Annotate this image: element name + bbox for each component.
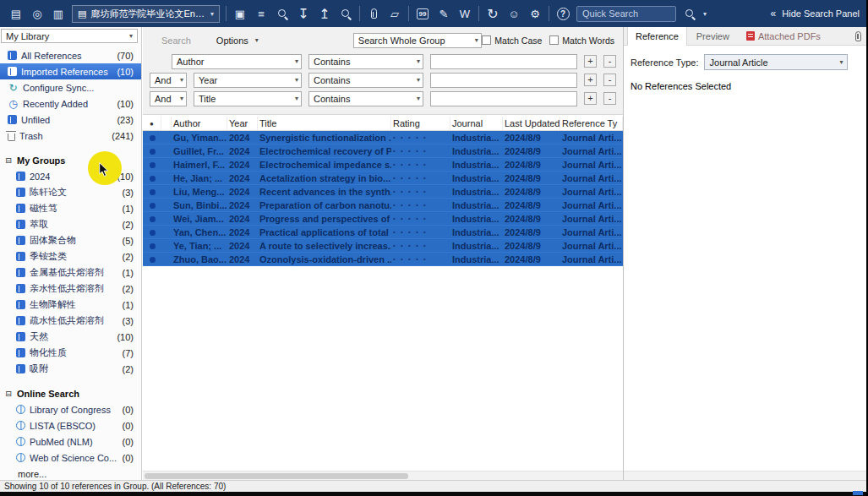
sidebar-item-configure-sync[interactable]: ↻ Configure Sync...	[0, 79, 141, 95]
format-bibliography-icon[interactable]: ✎	[436, 5, 451, 22]
sidebar-online-item[interactable]: Web of Science Co... (0)	[0, 450, 141, 466]
reference-type-select[interactable]: Journal Article ▾	[704, 54, 848, 70]
reference-row[interactable]: Sun, Binbi... 2024 Preparation of carbon…	[143, 199, 623, 212]
column-reference-type[interactable]: Reference Ty	[560, 117, 623, 130]
tab-reference[interactable]: Reference	[627, 27, 687, 46]
match-case-checkbox[interactable]	[482, 35, 491, 45]
sidebar-group-item[interactable]: 吸附 (2)	[0, 361, 141, 377]
open-library-icon[interactable]: ▥	[51, 5, 66, 22]
reference-row[interactable]: Guillet, Fr... 2024 Electrochemical reco…	[143, 144, 623, 158]
remove-search-row-button[interactable]: -	[603, 92, 616, 105]
sidebar-group-item[interactable]: 天然 (10)	[0, 329, 141, 345]
reference-row[interactable]: Ye, Tian; ... 2024 A route to selectivel…	[143, 239, 623, 253]
remove-search-row-button[interactable]: -	[603, 55, 616, 68]
add-search-row-button[interactable]: +	[584, 55, 597, 68]
field-select[interactable]: Author ▾	[172, 54, 302, 69]
sidebar-item-all-references[interactable]: All References (70)	[0, 47, 141, 63]
reference-summary-icon[interactable]: ≡	[254, 5, 269, 22]
reference-row[interactable]: Haimerl, F... 2024 Electrochemical imped…	[143, 158, 623, 172]
sidebar-item-recently-added[interactable]: ◷ Recently Added (10)	[0, 95, 141, 112]
chevron-down-icon[interactable]: ▾	[703, 10, 707, 18]
sidebar-online-item[interactable]: PubMed (NLM) (0)	[0, 433, 141, 450]
sidebar-group-item[interactable]: 疏水性低共熔溶剂 (3)	[0, 313, 141, 329]
export-icon[interactable]: ↥	[317, 5, 332, 22]
search-term-input[interactable]	[430, 54, 577, 69]
reference-row[interactable]: He, Jian; ... 2024 Acetalization strateg…	[143, 172, 623, 185]
toolbar-separator	[226, 6, 227, 21]
sidebar-group-item[interactable]: 金属基低共熔溶剂 (1)	[0, 264, 141, 281]
library-selector[interactable]: ▤ 廊坊师范学院毕业论文EndNote模板 ▾	[72, 5, 220, 23]
hide-search-panel-link[interactable]: Hide Search Panel	[782, 8, 860, 19]
my-library-selector[interactable]: My Library ▾	[1, 29, 138, 43]
column-title[interactable]: Title	[258, 117, 391, 130]
sidebar-online-item[interactable]: LISTA (EBSCO) (0)	[0, 417, 141, 433]
sidebar-group-item[interactable]: 萃取 (2)	[0, 216, 141, 232]
copy-icon[interactable]: ▣	[232, 5, 248, 22]
sidebar-online-item[interactable]: Library of Congress (0)	[0, 401, 141, 417]
sidebar-group-item[interactable]: 磁性笃 (1)	[0, 200, 141, 216]
reference-row[interactable]: Gu, Yiman... 2024 Synergistic functional…	[143, 131, 623, 144]
new-library-icon[interactable]: ▤	[8, 5, 24, 22]
help-icon[interactable]: ?	[555, 5, 570, 22]
column-attachment[interactable]	[161, 117, 172, 130]
horizontal-scrollbar[interactable]	[143, 471, 623, 480]
reference-row[interactable]: Zhuo, Bao... 2024 Ozonolysis-oxidation-d…	[143, 253, 623, 266]
web-capture-icon[interactable]: W	[457, 5, 472, 22]
sidebar-item-unfiled[interactable]: Unfiled (23)	[0, 112, 141, 128]
remove-search-row-button[interactable]: -	[603, 74, 616, 86]
attach-file-icon[interactable]	[366, 5, 381, 22]
search-scope-select[interactable]: Search Whole Group ▾	[353, 33, 482, 48]
quick-search-input[interactable]	[576, 6, 676, 22]
sidebar-more-link[interactable]: more...	[0, 466, 141, 480]
sidebar-item-imported-references[interactable]: Imported References (10)	[0, 63, 141, 79]
column-read-status[interactable]: ●	[148, 117, 161, 130]
sidebar-group-item[interactable]: 物化性质 (7)	[0, 345, 141, 361]
add-search-row-button[interactable]: +	[584, 92, 597, 105]
field-select[interactable]: Title ▾	[194, 91, 302, 106]
sidebar-group-item[interactable]: 固体聚合物 (5)	[0, 232, 141, 248]
field-select[interactable]: Year ▾	[194, 73, 302, 88]
collapse-expander-icon[interactable]: ⊟	[4, 390, 13, 398]
sidebar-item-trash[interactable]: Trash (241)	[0, 128, 141, 144]
online-search-mode-icon[interactable]: ◎	[30, 5, 45, 22]
reference-row[interactable]: Yan, Chen... 2024 Practical applications…	[143, 226, 623, 239]
sync-icon[interactable]: ↻	[485, 5, 500, 22]
match-words-checkbox[interactable]	[549, 35, 559, 45]
operator-select[interactable]: Contains ▾	[308, 73, 423, 88]
column-journal[interactable]: Journal	[450, 117, 503, 130]
search-options-button[interactable]: Options ▾	[216, 35, 259, 46]
find-fulltext-icon[interactable]	[338, 5, 353, 22]
tab-attached-pdfs[interactable]: Attached PDFs	[739, 27, 828, 46]
search-term-input[interactable]	[430, 73, 577, 88]
boolean-select[interactable]: And ▾	[150, 73, 187, 88]
insert-citation-icon[interactable]: 99	[415, 5, 430, 22]
search-icon[interactable]	[682, 5, 697, 22]
paperclip-icon[interactable]	[855, 31, 861, 41]
sidebar-group-item[interactable]: 亲水性低共熔溶剂 (2)	[0, 281, 141, 297]
online-search-icon[interactable]	[275, 5, 290, 22]
scrollbar-thumb[interactable]	[145, 473, 408, 479]
sidebar-group-item[interactable]: 季铵盐类 (2)	[0, 248, 141, 264]
column-rating[interactable]: Rating	[391, 117, 450, 130]
operator-select[interactable]: Contains ▾	[308, 91, 423, 106]
tab-preview[interactable]: Preview	[689, 27, 737, 46]
column-last-updated[interactable]: Last Updated	[503, 117, 560, 130]
collapse-expander-icon[interactable]: ⊟	[4, 156, 13, 165]
reference-row[interactable]: Wei, Jiam... 2024 Progress and perspecti…	[143, 212, 623, 226]
share-library-icon[interactable]: ☺	[506, 5, 521, 22]
open-file-icon[interactable]: ▱	[387, 5, 402, 22]
column-year[interactable]: Year	[227, 117, 258, 130]
sync-icon: ↻	[8, 83, 19, 93]
online-search-header[interactable]: ⊟ Online Search	[0, 386, 141, 401]
search-term-input[interactable]	[430, 91, 577, 106]
boolean-select[interactable]: And ▾	[150, 91, 187, 106]
sidebar-group-item[interactable]: 陈轩论文 (3)	[0, 184, 141, 200]
import-icon[interactable]: ↧	[296, 5, 311, 22]
operator-select[interactable]: Contains ▾	[308, 54, 423, 69]
account-icon[interactable]: ⚙	[527, 5, 543, 22]
reference-row[interactable]: Liu, Meng... 2024 Recent advances in the…	[143, 185, 623, 199]
sidebar-group-item[interactable]: 生物降解性 (1)	[0, 297, 141, 313]
horizontal-scrollbar[interactable]	[624, 471, 868, 480]
column-author[interactable]: Author	[172, 117, 227, 130]
add-search-row-button[interactable]: +	[584, 74, 597, 86]
